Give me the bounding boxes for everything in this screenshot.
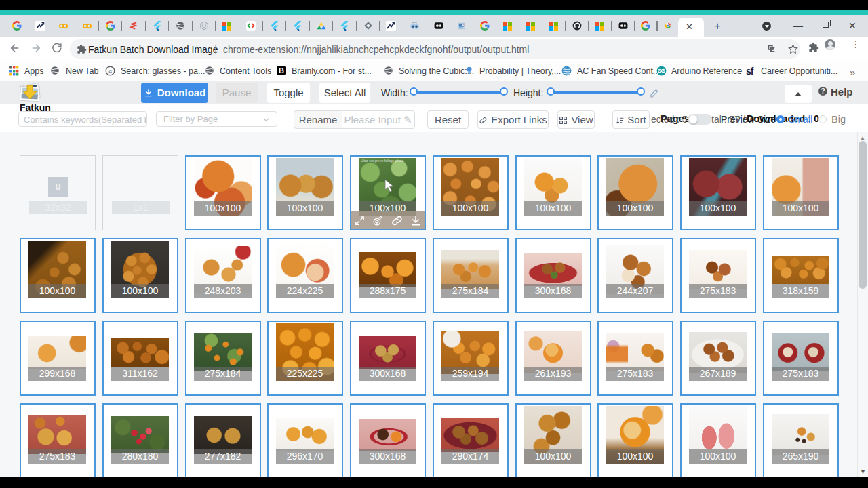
svg-text:a: a: [108, 68, 112, 74]
